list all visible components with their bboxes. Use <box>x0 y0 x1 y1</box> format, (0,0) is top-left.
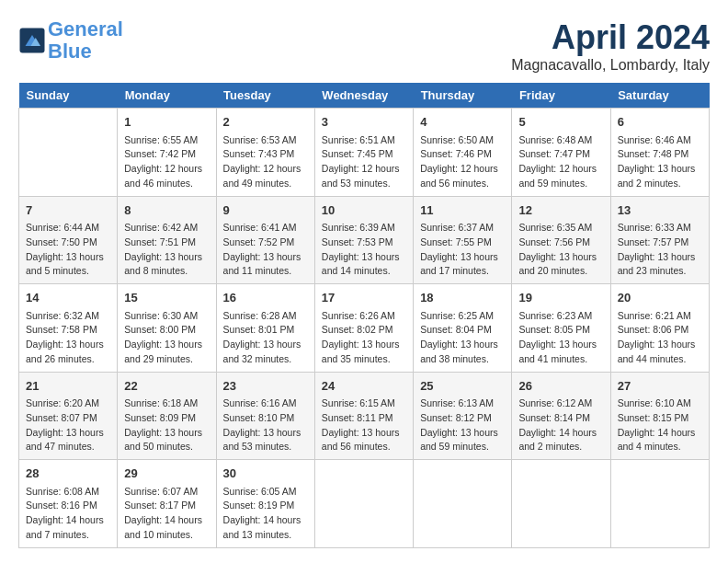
cell-info: Sunrise: 6:33 AMSunset: 7:57 PMDaylight:… <box>618 221 702 279</box>
cell-info: Sunrise: 6:30 AMSunset: 8:00 PMDaylight:… <box>124 309 209 367</box>
calendar-cell: 9Sunrise: 6:41 AMSunset: 7:52 PMDaylight… <box>216 196 314 284</box>
calendar-cell: 21Sunrise: 6:20 AMSunset: 8:07 PMDayligh… <box>19 372 118 460</box>
day-number: 27 <box>618 377 702 396</box>
cell-info: Sunrise: 6:35 AMSunset: 7:56 PMDaylight:… <box>518 221 603 279</box>
month-title: April 2024 <box>511 18 710 57</box>
cell-info: Sunrise: 6:41 AMSunset: 7:52 PMDaylight:… <box>223 221 308 279</box>
cell-info: Sunrise: 6:44 AMSunset: 7:50 PMDaylight:… <box>26 221 110 279</box>
calendar-cell: 8Sunrise: 6:42 AMSunset: 7:51 PMDaylight… <box>118 196 216 284</box>
cell-info: Sunrise: 6:23 AMSunset: 8:05 PMDaylight:… <box>518 309 603 367</box>
cell-info: Sunrise: 6:39 AMSunset: 7:53 PMDaylight:… <box>322 221 406 279</box>
calendar-cell: 1Sunrise: 6:55 AMSunset: 7:42 PMDaylight… <box>118 109 216 197</box>
calendar-cell: 20Sunrise: 6:21 AMSunset: 8:06 PMDayligh… <box>610 284 709 373</box>
calendar-week-row: 7Sunrise: 6:44 AMSunset: 7:50 PMDaylight… <box>19 196 710 284</box>
cell-info: Sunrise: 6:07 AMSunset: 8:17 PMDaylight:… <box>124 485 209 543</box>
calendar-cell: 12Sunrise: 6:35 AMSunset: 7:56 PMDayligh… <box>512 196 610 284</box>
calendar-cell: 19Sunrise: 6:23 AMSunset: 8:05 PMDayligh… <box>512 284 610 373</box>
calendar-cell: 27Sunrise: 6:10 AMSunset: 8:15 PMDayligh… <box>610 372 709 460</box>
calendar-cell <box>414 460 512 548</box>
calendar-cell <box>610 460 709 548</box>
day-header-thursday: Thursday <box>414 83 512 109</box>
cell-info: Sunrise: 6:55 AMSunset: 7:42 PMDaylight:… <box>124 133 209 191</box>
cell-info: Sunrise: 6:37 AMSunset: 7:55 PMDaylight:… <box>420 221 505 279</box>
calendar-cell: 18Sunrise: 6:25 AMSunset: 8:04 PMDayligh… <box>414 284 512 373</box>
cell-info: Sunrise: 6:18 AMSunset: 8:09 PMDaylight:… <box>124 396 209 454</box>
day-header-monday: Monday <box>118 83 216 109</box>
day-header-friday: Friday <box>512 83 610 109</box>
day-number: 17 <box>322 289 406 307</box>
day-number: 21 <box>26 377 110 396</box>
day-number: 16 <box>223 289 308 307</box>
day-number: 13 <box>618 201 702 220</box>
calendar-cell: 14Sunrise: 6:32 AMSunset: 7:58 PMDayligh… <box>19 284 118 373</box>
cell-info: Sunrise: 6:26 AMSunset: 8:02 PMDaylight:… <box>322 309 406 367</box>
cell-info: Sunrise: 6:28 AMSunset: 8:01 PMDaylight:… <box>223 309 308 367</box>
day-number: 30 <box>223 465 308 483</box>
cell-info: Sunrise: 6:53 AMSunset: 7:43 PMDaylight:… <box>223 133 308 191</box>
calendar-table: SundayMondayTuesdayWednesdayThursdayFrid… <box>18 83 710 548</box>
calendar-week-row: 28Sunrise: 6:08 AMSunset: 8:16 PMDayligh… <box>19 460 710 548</box>
cell-info: Sunrise: 6:51 AMSunset: 7:45 PMDaylight:… <box>322 133 406 191</box>
day-number: 6 <box>618 113 702 132</box>
calendar-cell: 29Sunrise: 6:07 AMSunset: 8:17 PMDayligh… <box>118 460 216 548</box>
calendar-week-row: 1Sunrise: 6:55 AMSunset: 7:42 PMDaylight… <box>19 109 710 197</box>
calendar-cell: 16Sunrise: 6:28 AMSunset: 8:01 PMDayligh… <box>216 284 314 373</box>
calendar-cell: 2Sunrise: 6:53 AMSunset: 7:43 PMDaylight… <box>216 109 314 197</box>
calendar-cell: 30Sunrise: 6:05 AMSunset: 8:19 PMDayligh… <box>216 460 314 548</box>
day-number: 1 <box>124 113 209 132</box>
cell-info: Sunrise: 6:46 AMSunset: 7:48 PMDaylight:… <box>618 133 702 191</box>
day-header-wednesday: Wednesday <box>314 83 413 109</box>
cell-info: Sunrise: 6:20 AMSunset: 8:07 PMDaylight:… <box>26 396 110 454</box>
calendar-cell <box>314 460 413 548</box>
day-number: 24 <box>322 377 406 396</box>
day-header-tuesday: Tuesday <box>216 83 314 109</box>
calendar-cell: 28Sunrise: 6:08 AMSunset: 8:16 PMDayligh… <box>19 460 118 548</box>
cell-info: Sunrise: 6:12 AMSunset: 8:14 PMDaylight:… <box>518 396 603 454</box>
day-number: 11 <box>420 201 505 220</box>
cell-info: Sunrise: 6:21 AMSunset: 8:06 PMDaylight:… <box>618 309 702 367</box>
calendar-cell: 17Sunrise: 6:26 AMSunset: 8:02 PMDayligh… <box>314 284 413 373</box>
day-number: 4 <box>420 113 505 132</box>
cell-info: Sunrise: 6:50 AMSunset: 7:46 PMDaylight:… <box>420 133 505 191</box>
day-number: 2 <box>223 113 308 132</box>
calendar-cell: 5Sunrise: 6:48 AMSunset: 7:47 PMDaylight… <box>512 109 610 197</box>
day-number: 7 <box>26 201 110 220</box>
day-number: 29 <box>124 465 209 483</box>
calendar-cell: 6Sunrise: 6:46 AMSunset: 7:48 PMDaylight… <box>610 109 709 197</box>
day-number: 12 <box>518 201 603 220</box>
day-number: 20 <box>618 289 702 307</box>
calendar-week-row: 14Sunrise: 6:32 AMSunset: 7:58 PMDayligh… <box>19 284 710 373</box>
day-number: 25 <box>420 377 505 396</box>
calendar-cell: 24Sunrise: 6:15 AMSunset: 8:11 PMDayligh… <box>314 372 413 460</box>
day-header-sunday: Sunday <box>19 83 118 109</box>
day-number: 14 <box>26 289 110 307</box>
day-number: 19 <box>518 289 603 307</box>
cell-info: Sunrise: 6:05 AMSunset: 8:19 PMDaylight:… <box>223 485 308 543</box>
cell-info: Sunrise: 6:48 AMSunset: 7:47 PMDaylight:… <box>518 133 603 191</box>
day-header-saturday: Saturday <box>610 83 709 109</box>
day-number: 10 <box>322 201 406 220</box>
cell-info: Sunrise: 6:15 AMSunset: 8:11 PMDaylight:… <box>322 396 406 454</box>
logo: General Blue <box>18 18 123 63</box>
calendar-cell: 11Sunrise: 6:37 AMSunset: 7:55 PMDayligh… <box>414 196 512 284</box>
day-number: 26 <box>518 377 603 396</box>
day-number: 28 <box>26 465 110 483</box>
calendar-cell: 25Sunrise: 6:13 AMSunset: 8:12 PMDayligh… <box>414 372 512 460</box>
calendar-body: 1Sunrise: 6:55 AMSunset: 7:42 PMDaylight… <box>19 109 710 548</box>
calendar-cell <box>512 460 610 548</box>
calendar-cell <box>19 109 118 197</box>
day-number: 8 <box>124 201 209 220</box>
title-block: April 2024 Magnacavallo, Lombardy, Italy <box>511 18 710 74</box>
calendar-cell: 7Sunrise: 6:44 AMSunset: 7:50 PMDaylight… <box>19 196 118 284</box>
cell-info: Sunrise: 6:16 AMSunset: 8:10 PMDaylight:… <box>223 396 308 454</box>
day-number: 22 <box>124 377 209 396</box>
calendar-cell: 22Sunrise: 6:18 AMSunset: 8:09 PMDayligh… <box>118 372 216 460</box>
cell-info: Sunrise: 6:13 AMSunset: 8:12 PMDaylight:… <box>420 396 505 454</box>
day-number: 23 <box>223 377 308 396</box>
cell-info: Sunrise: 6:25 AMSunset: 8:04 PMDaylight:… <box>420 309 505 367</box>
calendar-cell: 10Sunrise: 6:39 AMSunset: 7:53 PMDayligh… <box>314 196 413 284</box>
calendar-header-row: SundayMondayTuesdayWednesdayThursdayFrid… <box>19 83 710 109</box>
calendar-cell: 4Sunrise: 6:50 AMSunset: 7:46 PMDaylight… <box>414 109 512 197</box>
calendar-cell: 15Sunrise: 6:30 AMSunset: 8:00 PMDayligh… <box>118 284 216 373</box>
page-header: General Blue April 2024 Magnacavallo, Lo… <box>18 18 710 74</box>
